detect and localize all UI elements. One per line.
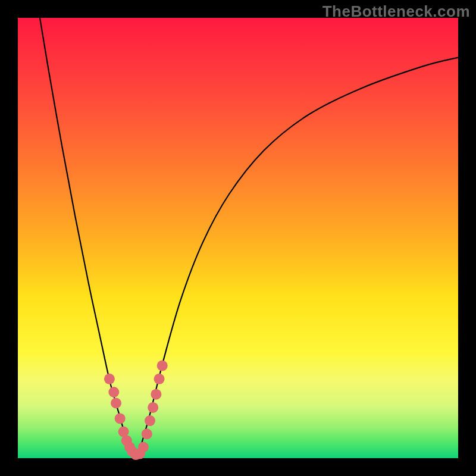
highlight-dot [154, 374, 165, 384]
highlight-dot [151, 389, 161, 400]
curve-layer [40, 18, 458, 458]
highlight-dot [148, 402, 158, 413]
highlight-dot [142, 428, 152, 439]
highlight-dot [145, 415, 155, 426]
plot-area [18, 18, 458, 458]
highlight-dot [157, 361, 168, 371]
chart-svg [18, 18, 458, 458]
highlight-dot [138, 442, 149, 453]
watermark-text: TheBottleneck.com [322, 2, 470, 21]
highlight-dot [104, 374, 115, 384]
chart-frame: TheBottleneck.com [0, 0, 476, 476]
curve-right-curve [137, 58, 458, 458]
curve-left-curve [40, 18, 137, 458]
highlight-dot [111, 398, 121, 409]
highlight-dot [108, 387, 119, 397]
highlight-dot [115, 413, 126, 424]
marker-layer [104, 361, 168, 460]
